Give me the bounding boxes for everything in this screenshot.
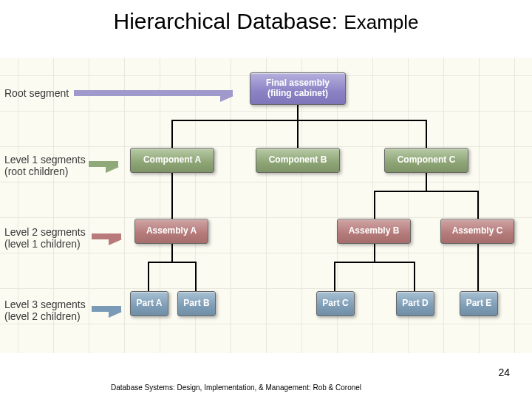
node-component-c: Component C — [384, 148, 468, 173]
slide: Hierarchical Database: Example Root segm… — [0, 0, 532, 399]
label-l3b: (level 2 children) — [4, 310, 81, 323]
footer-citation: Database Systems: Design, Implementation… — [0, 383, 532, 392]
node-assembly-a: Assembly A — [134, 219, 208, 244]
node-root-line1: Final assembly — [266, 78, 330, 89]
page-number: 24 — [498, 366, 510, 378]
label-l1a: Level 1 segments — [4, 154, 86, 166]
conn — [334, 262, 335, 291]
node-assembly-b: Assembly B — [337, 219, 411, 244]
node-part-c: Part C — [316, 291, 355, 316]
title-main: Hierarchical Database: — [114, 9, 338, 33]
node-part-b: Part B — [177, 291, 216, 316]
node-root: Final assembly (filing cabinet) — [250, 72, 346, 105]
conn — [171, 120, 427, 121]
label-l1b: (root children) — [4, 166, 68, 178]
label-root: Root segment — [4, 87, 69, 100]
conn — [171, 120, 173, 148]
conn — [148, 262, 197, 263]
conn — [148, 262, 149, 291]
node-assembly-c: Assembly C — [440, 219, 514, 244]
node-root-line2: (filing cabinet) — [266, 89, 330, 99]
conn — [297, 120, 299, 148]
node-component-a: Component A — [130, 148, 214, 173]
label-l3a: Level 3 segments — [4, 299, 86, 311]
label-l2b: (level 1 children) — [4, 238, 81, 250]
conn — [477, 244, 479, 291]
arrow-root — [74, 90, 233, 96]
conn — [195, 262, 197, 291]
conn — [426, 120, 427, 148]
conn — [414, 262, 415, 291]
label-l2a: Level 2 segments — [4, 226, 86, 239]
arrow-l1 — [89, 161, 118, 167]
node-part-a: Part A — [130, 291, 168, 316]
arrow-l3 — [92, 306, 121, 312]
node-part-e: Part E — [460, 291, 498, 316]
arrow-l2 — [92, 233, 121, 239]
conn — [297, 105, 299, 120]
conn — [477, 191, 479, 219]
title-sub: Example — [344, 11, 418, 33]
slide-title: Hierarchical Database: Example — [0, 9, 532, 34]
conn — [374, 191, 375, 219]
conn — [171, 244, 173, 262]
conn — [334, 262, 415, 263]
conn — [171, 173, 173, 219]
diagram: Root segment Level 1 segments (root chil… — [0, 58, 532, 353]
node-component-b: Component B — [256, 148, 340, 173]
conn — [374, 244, 375, 262]
conn — [374, 191, 479, 192]
conn — [426, 173, 427, 191]
node-part-d: Part D — [396, 291, 434, 316]
